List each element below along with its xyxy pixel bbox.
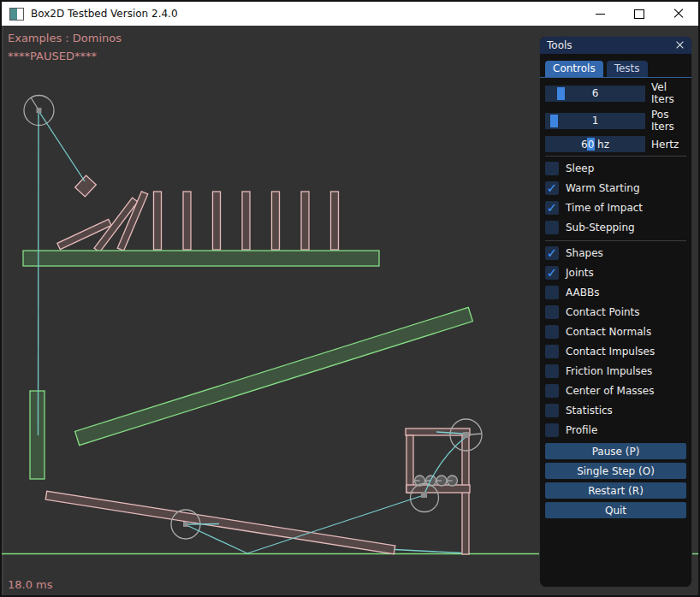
contact-points-checkbox[interactable] — [545, 305, 559, 319]
panel-content: 6Vel Iters1Pos Iters60 hzHertz Sleep✓War… — [540, 78, 691, 518]
piston-box — [30, 391, 44, 479]
aabbs-label: AABBs — [566, 287, 599, 298]
hertz-slider[interactable]: 60 hz — [545, 136, 645, 152]
hertz-label: Hertz — [651, 139, 679, 151]
minimize-button[interactable] — [580, 2, 620, 26]
aabbs-checkbox-row: AABBs — [545, 286, 686, 299]
quit-button[interactable]: Quit — [545, 502, 686, 518]
restart-r-button[interactable]: Restart (R) — [545, 482, 686, 499]
center-of-masses-checkbox-row: Center of Masses — [545, 384, 686, 398]
pos-iters-value: 1 — [545, 113, 645, 129]
panel-close-icon[interactable] — [674, 39, 686, 51]
vel-iters-slider[interactable]: 6 — [545, 86, 645, 102]
pulley-anchor — [37, 108, 42, 113]
shapes-checkbox[interactable]: ✓ — [545, 246, 559, 260]
contact-normals-checkbox-row: Contact Normals — [545, 325, 686, 339]
frame-time-label: 18.0 ms — [8, 578, 53, 591]
frame-left-post — [406, 435, 413, 493]
tools-panel-title: Tools — [547, 39, 572, 51]
tilted-plank — [75, 307, 473, 445]
vel-iters-value: 6 — [545, 86, 645, 102]
contact-points-label: Contact Points — [566, 306, 640, 318]
separator — [545, 156, 686, 157]
profile-checkbox-row: Profile — [545, 423, 686, 437]
contact-impulses-label: Contact Impulses — [566, 346, 655, 358]
seesaw-axis-line — [188, 524, 219, 525]
center-of-masses-label: Center of Masses — [566, 385, 654, 397]
pos-iters-slider-row: 1Pos Iters — [545, 109, 686, 133]
shapes-checkbox-row: ✓Shapes — [545, 246, 686, 260]
sleep-checkbox-row: Sleep — [545, 162, 686, 175]
pause-p-button[interactable]: Pause (P) — [545, 443, 686, 459]
friction-impulses-checkbox[interactable] — [545, 364, 559, 378]
contact-points-checkbox-row: Contact Points — [545, 305, 686, 319]
window-titlebar: Box2D Testbed Version 2.4.0 — [2, 2, 698, 26]
frame-lower-anchor — [421, 492, 427, 498]
sub-stepping-checkbox-row: Sub-Stepping — [545, 221, 686, 234]
separator — [545, 240, 686, 241]
sleep-checkbox[interactable] — [545, 162, 559, 175]
rope-pulley-to-box — [39, 112, 85, 181]
sub-stepping-label: Sub-Stepping — [566, 222, 635, 233]
hertz-value: 60 hz — [545, 136, 645, 152]
standing-domino-2 — [183, 192, 191, 250]
statistics-checkbox-row: Statistics — [545, 404, 686, 417]
joints-label: Joints — [566, 267, 594, 279]
friction-impulses-label: Friction Impulses — [566, 365, 652, 377]
rope-plank-to-post — [394, 550, 461, 553]
sleep-label: Sleep — [566, 163, 594, 174]
close-button[interactable] — [659, 2, 698, 26]
joints-checkbox[interactable]: ✓ — [545, 266, 559, 280]
profile-checkbox[interactable] — [545, 423, 559, 437]
tools-panel-titlebar[interactable]: Tools — [540, 37, 691, 54]
time-of-impact-checkbox-row: ✓Time of Impact — [545, 201, 686, 215]
standing-domino-6 — [301, 192, 309, 250]
shelf-platform — [23, 251, 379, 266]
statistics-checkbox[interactable] — [545, 404, 559, 417]
contact-normals-label: Contact Normals — [566, 326, 651, 338]
maximize-button[interactable] — [620, 2, 659, 26]
standing-domino-1 — [154, 192, 162, 250]
vel-iters-label: Vel Iters — [651, 81, 686, 105]
aabbs-checkbox[interactable] — [545, 286, 559, 299]
app-icon — [9, 8, 24, 21]
shapes-label: Shapes — [566, 247, 603, 259]
maximize-icon — [634, 9, 644, 19]
warm-starting-label: Warm Starting — [566, 182, 640, 194]
frame-pulley-anchor — [463, 432, 469, 438]
contact-normals-checkbox[interactable] — [545, 325, 559, 339]
contact-impulses-checkbox[interactable] — [545, 345, 559, 358]
pos-iters-slider[interactable]: 1 — [545, 113, 645, 129]
seesaw-anchor — [183, 522, 188, 527]
tab-controls[interactable]: Controls — [545, 61, 603, 77]
seesaw-plank — [45, 491, 395, 554]
paused-label: ****PAUSED**** — [8, 50, 97, 62]
hanging-box — [75, 175, 97, 197]
panel-tabbar: ControlsTests — [540, 54, 691, 78]
time-of-impact-checkbox[interactable]: ✓ — [545, 201, 559, 215]
warm-starting-checkbox[interactable]: ✓ — [545, 181, 559, 195]
standing-domino-7 — [331, 192, 339, 250]
standing-domino-4 — [242, 192, 250, 250]
rope-pulley-vertical — [39, 113, 39, 435]
app-window: Box2D Testbed Version 2.4.0 Examples : D… — [0, 0, 700, 597]
example-label: Examples : Dominos — [8, 32, 122, 44]
hertz-slider-row: 60 hzHertz — [545, 136, 686, 152]
center-of-masses-checkbox[interactable] — [545, 384, 559, 398]
standing-domino-5 — [272, 192, 280, 250]
time-of-impact-label: Time of Impact — [566, 202, 643, 214]
minimize-icon — [596, 14, 605, 15]
profile-label: Profile — [566, 424, 597, 436]
friction-impulses-checkbox-row: Friction Impulses — [545, 364, 686, 378]
contact-impulses-checkbox-row: Contact Impulses — [545, 345, 686, 358]
joints-checkbox-row: ✓Joints — [545, 266, 686, 280]
tab-tests[interactable]: Tests — [607, 61, 648, 77]
pos-iters-label: Pos Iters — [651, 109, 686, 133]
sub-stepping-checkbox[interactable] — [545, 221, 559, 234]
close-icon — [673, 9, 684, 19]
warm-starting-checkbox-row: ✓Warm Starting — [545, 181, 686, 195]
window-title: Box2D Testbed Version 2.4.0 — [31, 8, 178, 20]
frame-right-post — [462, 435, 469, 554]
tools-panel: Tools ControlsTests 6Vel Iters1Pos Iters… — [539, 36, 692, 588]
single-step-o-button[interactable]: Single Step (O) — [545, 463, 686, 479]
